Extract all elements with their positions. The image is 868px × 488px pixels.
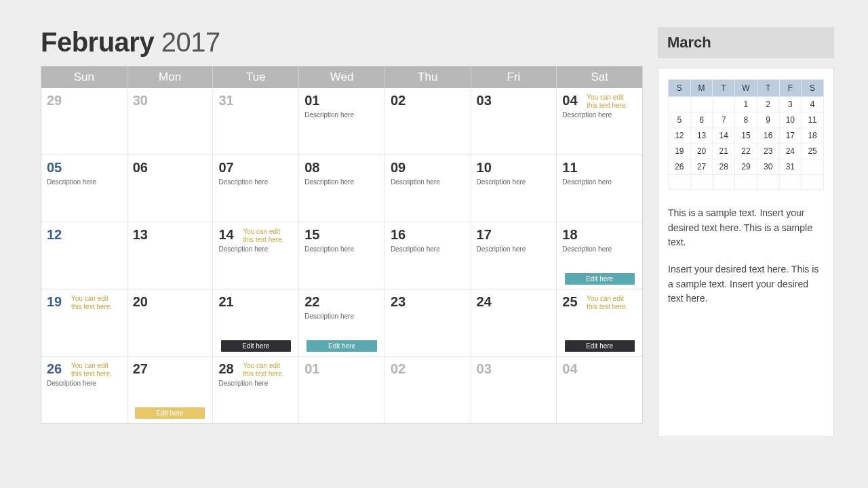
day-number: 05 [47,161,121,174]
day-description[interactable]: Description here [391,245,465,253]
mini-day: 4 [802,97,824,113]
day-number: 29 [47,94,121,107]
mini-day: 18 [802,128,824,144]
calendar-day[interactable]: 29 [41,88,127,155]
calendar-day[interactable]: 21Edit here [213,289,299,356]
mini-day: 19 [669,144,691,159]
day-description[interactable]: Description here [477,245,551,253]
calendar-day[interactable]: 15Description here [299,222,385,289]
weekday-label: Wed [299,66,385,88]
day-description[interactable]: Description here [391,178,465,186]
day-description[interactable]: Description here [47,380,121,387]
mini-day: 28 [713,159,735,175]
day-description[interactable]: Description here [477,178,551,186]
event-tag[interactable]: Edit here [307,340,376,352]
calendar-day[interactable]: 09Description here [385,155,471,222]
calendar-day[interactable]: 27Edit here [127,357,214,423]
day-note[interactable]: You can edit this text here. [71,295,117,310]
calendar-day[interactable]: 05Description here [41,155,127,222]
calendar-day[interactable]: 04You can edit this text here.Descriptio… [557,88,642,155]
day-description[interactable]: Description here [304,245,379,253]
calendar-day[interactable]: 12 [41,222,127,289]
event-tag[interactable]: Edit here [565,273,635,285]
mini-day: 31 [779,159,802,175]
mini-day: 6 [690,113,713,128]
calendar-day[interactable]: 04 [557,357,642,423]
calendar-day[interactable]: 26You can edit this text here.Descriptio… [41,357,127,423]
day-note[interactable]: You can edit this text here. [587,295,633,310]
calendar-day[interactable]: 06 [127,155,214,222]
calendar-day[interactable]: 03 [471,88,557,155]
mini-day [669,175,691,190]
day-number: 08 [304,161,379,174]
mini-day: 3 [779,97,802,113]
calendar-day[interactable]: 16Description here [385,222,471,289]
calendar-day[interactable]: 19You can edit this text here. [41,289,127,356]
mini-weekday: S [802,80,824,97]
day-number: 07 [218,161,293,174]
event-tag[interactable]: Edit here [565,340,635,352]
day-number: 09 [391,161,465,174]
mini-weekday: T [713,80,735,97]
calendar-day[interactable]: 14You can edit this text here.Descriptio… [213,222,299,289]
day-number: 01 [304,362,379,375]
calendar-day[interactable]: 13 [127,222,214,289]
calendar-day[interactable]: 28You can edit this text here.Descriptio… [213,357,299,423]
day-note[interactable]: You can edit this text here. [587,94,633,109]
day-number: 22 [304,295,379,308]
calendar-day[interactable]: 02 [385,357,471,423]
calendar-day[interactable]: 30 [127,88,214,155]
mini-day [669,97,691,113]
day-description[interactable]: Description here [218,245,293,253]
calendar-day[interactable]: 02 [385,88,471,155]
mini-day [802,175,824,190]
day-description[interactable]: Description here [47,178,121,186]
calendar-day[interactable]: 03 [471,357,557,423]
day-number: 02 [391,94,465,107]
page-title: February 2017 [41,27,643,58]
day-number: 15 [304,228,379,241]
calendar-day[interactable]: 17Description here [471,222,557,289]
day-number: 17 [477,228,551,241]
calendar-day[interactable]: 01Description here [299,88,385,155]
day-number: 27 [133,362,208,375]
mini-day: 14 [713,128,735,144]
calendar-day[interactable]: 31 [213,88,299,155]
day-description[interactable]: Description here [218,178,293,186]
day-description[interactable]: Description here [562,178,637,186]
calendar-day[interactable]: 20 [127,289,214,356]
day-number: 01 [304,94,379,107]
day-description[interactable]: Description here [304,111,379,119]
mini-day: 15 [735,128,757,144]
event-tag[interactable]: Edit here [221,340,291,352]
mini-day: 29 [735,159,757,175]
weekday-label: Mon [127,66,214,88]
day-description[interactable]: Description here [304,312,379,320]
calendar-day[interactable]: 08Description here [299,155,385,222]
calendar-day[interactable]: 10Description here [471,155,557,222]
calendar-day[interactable]: 25You can edit this text here.Edit here [557,289,642,356]
mini-weekday: S [669,80,691,97]
day-description[interactable]: Description here [218,380,293,387]
event-tag[interactable]: Edit here [135,407,205,419]
next-month-title: March [658,27,834,58]
day-note[interactable]: You can edit this text here. [243,228,289,243]
side-paragraph: Insert your desired text here. This is a… [668,262,824,306]
side-text[interactable]: This is a sample text. Insert your desir… [668,206,824,306]
calendar-day[interactable]: 24 [471,289,557,356]
day-description[interactable]: Description here [304,178,379,186]
calendar-day[interactable]: 22Description hereEdit here [299,289,385,356]
mini-day: 26 [669,159,691,175]
day-description[interactable]: Description here [562,245,637,253]
title-month: February [41,27,154,57]
day-number: 10 [477,161,551,174]
calendar-day[interactable]: 01 [299,357,385,423]
calendar-day[interactable]: 23 [385,289,471,356]
day-note[interactable]: You can edit this text here. [71,362,117,378]
calendar-day[interactable]: 11Description here [557,155,642,222]
calendar-day[interactable]: 18Description hereEdit here [557,222,642,289]
calendar-day[interactable]: 07Description here [213,155,299,222]
day-description[interactable]: Description here [562,111,637,119]
day-number: 21 [218,295,293,308]
day-note[interactable]: You can edit this text here. [243,362,289,378]
